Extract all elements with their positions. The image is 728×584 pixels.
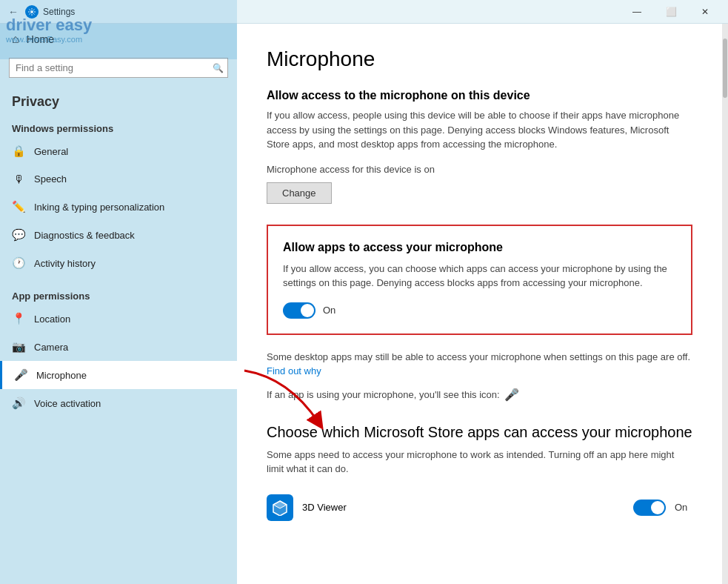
microphone-indicator-icon: 🎤 — [504, 388, 519, 402]
icon-note: If an app is using your microphone, you'… — [267, 388, 692, 402]
microphone-status: Microphone access for this device is on — [267, 164, 692, 175]
maximize-button[interactable]: ⬜ — [654, 0, 688, 24]
scrollbar-thumb[interactable] — [723, 39, 727, 98]
search-box: 🔍 — [9, 58, 228, 78]
section2-heading: Allow apps to access your microphone — [283, 241, 676, 254]
sidebar-item-label-microphone: Microphone — [36, 370, 87, 381]
sidebar-item-label-inking: Inking & typing personalization — [34, 202, 164, 213]
minimize-button[interactable]: — — [620, 0, 654, 24]
sidebar-header: ⌂ Home — [0, 24, 237, 55]
activity-icon: 🕐 — [12, 256, 25, 270]
sidebar-item-location[interactable]: 📍 Location — [0, 305, 237, 333]
search-area: 🔍 — [0, 55, 237, 87]
close-button[interactable]: ✕ — [688, 0, 722, 24]
location-icon: 📍 — [12, 312, 25, 325]
sidebar-item-label-activity: Activity history — [34, 258, 96, 269]
sidebar-item-speech[interactable]: 🎙 Speech — [0, 165, 237, 193]
sidebar-item-camera[interactable]: 📷 Camera — [0, 333, 237, 361]
diagnostics-icon: 💬 — [12, 228, 25, 242]
main-content: Microphone Allow access to the microphon… — [237, 24, 722, 584]
app-permissions-heading: App permissions — [0, 283, 237, 305]
scrollbar-track[interactable] — [722, 24, 728, 584]
search-icon: 🔍 — [213, 63, 224, 73]
sidebar-item-diagnostics[interactable]: 💬 Diagnostics & feedback — [0, 221, 237, 249]
sidebar-item-label-speech: Speech — [34, 173, 67, 185]
microphone-icon: 🎤 — [14, 368, 27, 382]
sidebar-item-general[interactable]: 🔒 General — [0, 137, 237, 165]
page-title: Microphone — [267, 47, 692, 71]
apps-toggle-label: On — [323, 305, 335, 316]
sidebar-item-label-camera: Camera — [34, 342, 68, 353]
find-out-why-link[interactable]: Find out why — [267, 365, 321, 376]
search-input[interactable] — [9, 58, 228, 78]
sidebar: driver easy www.DriverEasy.com ⌂ Home 🔍 … — [0, 24, 237, 584]
3d-viewer-toggle-label: On — [675, 502, 692, 513]
sidebar-item-label-general: General — [34, 146, 68, 157]
titlebar-title: Settings — [43, 7, 75, 17]
voice-icon: 🔊 — [12, 396, 25, 410]
home-icon: ⌂ — [12, 33, 19, 46]
svg-point-0 — [30, 10, 33, 13]
3d-viewer-toggle[interactable] — [633, 500, 666, 516]
sidebar-item-voice[interactable]: 🔊 Voice activation — [0, 389, 237, 417]
3d-viewer-name: 3D Viewer — [302, 502, 624, 513]
lock-icon: 🔒 — [12, 145, 25, 158]
sidebar-item-label-voice: Voice activation — [34, 398, 101, 409]
sidebar-item-label-diagnostics: Diagnostics & feedback — [34, 230, 135, 241]
section3-heading: Choose which Microsoft Store apps can ac… — [267, 422, 692, 442]
settings-icon — [25, 5, 39, 19]
sidebar-item-microphone[interactable]: 🎤 Microphone — [0, 361, 237, 389]
titlebar: ← Settings — ⬜ ✕ — [0, 0, 728, 24]
camera-icon: 📷 — [12, 340, 25, 354]
inking-icon: ✏️ — [12, 200, 25, 213]
window-controls: — ⬜ ✕ — [620, 0, 722, 24]
apps-toggle-row: On — [283, 302, 676, 319]
sidebar-item-inking[interactable]: ✏️ Inking & typing personalization — [0, 193, 237, 221]
section1-heading: Allow access to the microphone on this d… — [267, 89, 692, 102]
sidebar-item-activity[interactable]: 🕐 Activity history — [0, 249, 237, 277]
windows-permissions-heading: Windows permissions — [0, 116, 237, 137]
privacy-title: Privacy — [0, 87, 237, 116]
app-item-3d-viewer: 3D Viewer On — [267, 488, 692, 527]
apps-toggle[interactable] — [283, 302, 315, 319]
speech-icon: 🎙 — [12, 173, 25, 185]
3d-viewer-icon — [267, 494, 293, 521]
desktop-apps-note: Some desktop apps may still be able to a… — [267, 350, 692, 379]
change-button[interactable]: Change — [267, 182, 332, 204]
back-button[interactable]: ← — [6, 4, 21, 19]
home-label[interactable]: Home — [27, 33, 54, 45]
section2-description: If you allow access, you can choose whic… — [283, 262, 676, 291]
section1-description: If you allow access, people using this d… — [267, 108, 692, 152]
section3-description: Some apps need to access your microphone… — [267, 448, 692, 477]
allow-apps-section: Allow apps to access your microphone If … — [267, 225, 692, 335]
sidebar-item-label-location: Location — [34, 313, 70, 325]
